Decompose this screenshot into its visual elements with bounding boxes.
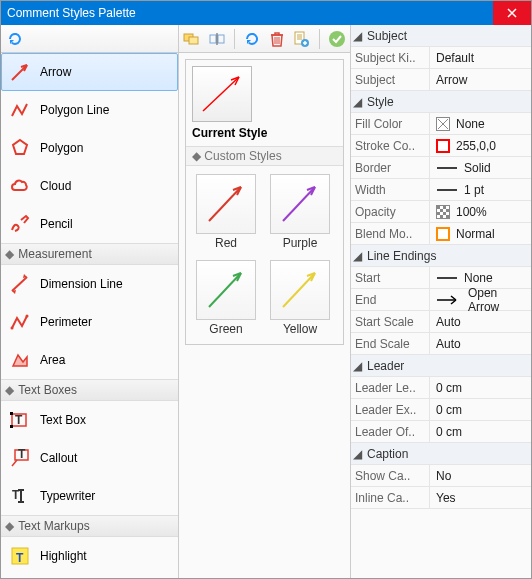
prop-value[interactable]: 0 cm (429, 399, 531, 420)
delete-style-button[interactable] (268, 29, 287, 49)
close-button[interactable] (493, 1, 531, 25)
prop-value-text: 0 cm (436, 381, 462, 395)
tool-item-arrow[interactable]: Arrow (1, 53, 178, 91)
tool-label: Highlight (40, 549, 87, 563)
apply-style-button[interactable] (328, 29, 347, 49)
clone-icon (183, 31, 201, 47)
prop-value-text: 100% (456, 205, 487, 219)
prop-key: End Scale (351, 337, 429, 351)
disclosure-icon: ◆ (192, 149, 201, 163)
group-header-measurement[interactable]: ◆ Measurement (1, 243, 178, 265)
prop-value[interactable]: Auto (429, 311, 531, 332)
tool-item-callout[interactable]: TCallout (1, 439, 178, 477)
prop-section-style[interactable]: ◢Style (351, 91, 531, 113)
line-preview-icon (436, 273, 458, 283)
tool-item-text-box[interactable]: TText Box (1, 401, 178, 439)
prop-value[interactable]: 255,0,0 (429, 135, 531, 156)
tool-label: Arrow (40, 65, 71, 79)
svg-line-1 (12, 277, 27, 291)
prop-section-caption[interactable]: ◢Caption (351, 443, 531, 465)
style-swatch (196, 260, 256, 320)
area-icon (8, 348, 32, 372)
tool-label: Text Box (40, 413, 86, 427)
check-icon (328, 30, 346, 48)
reset-button[interactable] (5, 29, 25, 49)
style-tile-green[interactable]: Green (194, 260, 258, 336)
prop-value[interactable]: 1 pt (429, 179, 531, 200)
reset-style-button[interactable] (243, 29, 262, 49)
line-preview-icon (436, 185, 458, 195)
prop-section-line-endings[interactable]: ◢Line Endings (351, 245, 531, 267)
style-tile-yellow[interactable]: Yellow (268, 260, 332, 336)
styles-panel: Current Style ◆ Custom Styles RedPurpleG… (179, 25, 351, 578)
properties-list: ◢SubjectSubject Ki..DefaultSubjectArrow◢… (351, 25, 531, 578)
tool-tree: ArrowPolygon LinePolygonCloudPencil◆ Mea… (1, 53, 178, 578)
prop-value[interactable]: None (429, 113, 531, 134)
custom-styles-header[interactable]: ◆ Custom Styles (186, 146, 343, 166)
style-tile-red[interactable]: Red (194, 174, 258, 250)
custom-styles-grid: RedPurpleGreenYellow (186, 166, 343, 344)
group-header-text-markups[interactable]: ◆ Text Markups (1, 515, 178, 537)
rename-style-button[interactable] (208, 29, 227, 49)
tool-item-cloud[interactable]: Cloud (1, 167, 178, 205)
prop-value[interactable]: 100% (429, 201, 531, 222)
tool-item-pencil[interactable]: Pencil (1, 205, 178, 243)
prop-value[interactable]: Normal (429, 223, 531, 244)
prop-key: Width (351, 183, 429, 197)
prop-value[interactable]: Default (429, 47, 531, 68)
current-style[interactable]: Current Style (192, 66, 292, 140)
prop-key: Start Scale (351, 315, 429, 329)
prop-value-text: Arrow (436, 73, 467, 87)
section-label: Leader (363, 359, 404, 373)
prop-section-leader[interactable]: ◢Leader (351, 355, 531, 377)
disclosure-icon: ◢ (351, 29, 363, 43)
tool-item-perimeter[interactable]: Perimeter (1, 303, 178, 341)
style-label: Red (215, 234, 237, 250)
prop-key: Subject Ki.. (351, 51, 429, 65)
swatch-color (436, 139, 450, 153)
tool-item-polygon[interactable]: Polygon (1, 129, 178, 167)
group-label: Text Boxes (18, 383, 77, 397)
group-label: Measurement (18, 247, 91, 261)
svg-rect-17 (189, 37, 198, 44)
style-label: Yellow (283, 320, 317, 336)
tool-list-panel: ArrowPolygon LinePolygonCloudPencil◆ Mea… (1, 25, 179, 578)
prop-section-subject[interactable]: ◢Subject (351, 25, 531, 47)
prop-row: EndOpen Arrow (351, 289, 531, 311)
trash-icon (270, 31, 284, 47)
set-current-button[interactable] (292, 29, 311, 49)
swatch-checker (436, 205, 450, 219)
tool-item-dimension-line[interactable]: Dimension Line (1, 265, 178, 303)
prop-value[interactable]: Solid (429, 157, 531, 178)
tool-item-highlight[interactable]: THighlight (1, 537, 178, 575)
svg-line-23 (203, 77, 239, 111)
svg-line-24 (209, 187, 241, 221)
tool-item-polygon-line[interactable]: Polygon Line (1, 91, 178, 129)
prop-value-text: Open Arrow (468, 286, 531, 314)
prop-value[interactable]: Yes (429, 487, 531, 508)
svg-rect-7 (10, 425, 13, 428)
custom-styles-label: Custom Styles (204, 149, 281, 163)
perimeter-icon (8, 310, 32, 334)
prop-row: Blend Mo..Normal (351, 223, 531, 245)
tool-item-typewriter[interactable]: TTypewriter (1, 477, 178, 515)
clone-style-button[interactable] (183, 29, 202, 49)
svg-line-26 (209, 273, 241, 307)
disclosure-icon: ◢ (351, 447, 363, 461)
style-tile-purple[interactable]: Purple (268, 174, 332, 250)
prop-value[interactable]: Open Arrow (429, 289, 531, 310)
title-bar: Comment Styles Palette (1, 1, 531, 25)
prop-row: Start ScaleAuto (351, 311, 531, 333)
prop-value[interactable]: 0 cm (429, 421, 531, 442)
mid-toolbar (179, 25, 350, 53)
swatch-color (436, 227, 450, 241)
tool-item-area[interactable]: Area (1, 341, 178, 379)
prop-value[interactable]: Arrow (429, 69, 531, 90)
prop-value[interactable]: 0 cm (429, 377, 531, 398)
prop-value[interactable]: Auto (429, 333, 531, 354)
group-header-text-boxes[interactable]: ◆ Text Boxes (1, 379, 178, 401)
tool-label: Polygon Line (40, 103, 109, 117)
prop-value[interactable]: No (429, 465, 531, 486)
prop-row: End ScaleAuto (351, 333, 531, 355)
prop-row: Opacity100% (351, 201, 531, 223)
